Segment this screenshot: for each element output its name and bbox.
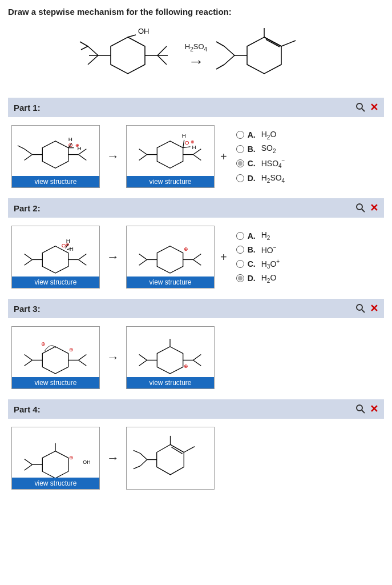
svg-line-110 [140,454,147,460]
part4-search-button[interactable] [355,403,366,415]
part2-left-view-btn[interactable]: view structure [12,277,99,288]
part3-search-button[interactable] [355,303,366,314]
part2-option-A[interactable]: A. H2 [236,230,280,241]
part1-header: Part 1: ✕ [8,98,384,117]
reaction-diagram: OH H2SO4 → [8,25,384,87]
part1-section: Part 1: ✕ H O ⊕ [8,98,384,190]
svg-marker-67 [157,246,183,273]
svg-point-95 [357,405,362,411]
search-icon [355,403,366,415]
part1-radio-C[interactable] [236,159,244,167]
part1-label-A: A. [248,130,258,139]
svg-point-75 [357,304,362,310]
part2-label-A: A. [248,231,258,241]
part3-left-view-btn[interactable]: view structure [12,377,99,388]
svg-marker-77 [42,347,68,374]
part4-close-button[interactable]: ✕ [370,403,378,415]
part4-left-view-btn[interactable]: view structure [12,478,99,489]
part2-right-view-btn[interactable]: view structure [127,277,214,288]
part1-option-C[interactable]: C. HSO4− [236,158,285,169]
part1-radio-A[interactable] [236,131,244,139]
svg-line-19 [224,46,235,55]
part1-left-view-btn[interactable]: view structure [12,176,99,187]
svg-line-103 [25,464,33,470]
part2-option-B[interactable]: B. HO− [236,245,280,255]
svg-line-22 [216,65,224,69]
part1-formula-C: HSO4− [261,158,285,169]
part2-radio-B[interactable] [236,246,244,254]
svg-marker-104 [157,444,184,475]
part2-formula-B: HO− [261,245,277,255]
part1-option-A[interactable]: A. H2O [236,130,285,141]
part2-radio-D[interactable] [236,274,244,282]
svg-line-12 [128,35,136,37]
part2-close-button[interactable]: ✕ [370,202,378,214]
part3-header: Part 3: ✕ [8,299,384,318]
part2-option-C[interactable]: C. H3O+ [236,258,280,270]
svg-marker-97 [42,451,68,478]
part2-radio-C[interactable] [236,260,244,268]
svg-line-3 [88,46,98,55]
svg-line-70 [139,254,147,260]
part3-close-button[interactable]: ✕ [370,302,378,315]
part1-right-view-btn[interactable]: view structure [127,176,214,187]
svg-line-91 [139,360,147,366]
product-molecule [213,25,316,87]
svg-line-53 [362,209,365,212]
svg-line-66 [78,259,86,265]
part1-radio-D[interactable] [236,174,244,182]
svg-text:⊕: ⊕ [69,347,74,352]
svg-marker-86 [157,347,183,374]
svg-line-107 [184,447,195,452]
part4-content: ⊕ OH view structure → [8,424,384,492]
svg-text:H: H [78,145,82,151]
part2-header: Part 2: ✕ [8,198,384,218]
svg-line-63 [25,259,33,265]
part1-radio-B[interactable] [236,145,244,153]
svg-line-71 [139,259,147,265]
part1-formula-A: H2O [261,130,277,141]
svg-text:⊕: ⊕ [184,363,188,369]
part1-formula-B: SO2 [261,143,276,154]
svg-line-9 [157,46,167,55]
page-wrapper: Draw a stepwise mechanism for the follow… [0,0,392,507]
svg-text:OH: OH [138,27,149,35]
svg-line-21 [216,42,224,46]
part1-label-D: D. [248,174,258,183]
svg-line-35 [18,146,25,149]
part2-radio-A[interactable] [236,232,244,240]
part2-option-D[interactable]: D. H2O [236,273,280,284]
svg-point-52 [357,204,362,210]
part2-label: Part 2: [14,203,41,213]
part1-option-B[interactable]: B. SO2 [236,143,285,154]
search-icon [355,303,366,314]
search-icon [355,202,366,214]
part1-option-D[interactable]: D. H2SO4 [236,173,285,184]
part1-close-button[interactable]: ✕ [370,101,378,114]
part1-left-structure: H O ⊕ H view structure [11,125,100,188]
part2-right-structure: ⊕ view structure [126,226,215,289]
part1-formula-D: H2SO4 [261,173,285,184]
reaction-arrow-area: H2SO4 → [185,42,207,70]
svg-line-113 [134,466,140,469]
part3-step-arrow: → [104,350,122,365]
svg-text:⊕: ⊕ [69,455,74,460]
part3-right-view-btn[interactable]: view structure [127,377,214,388]
svg-line-15 [266,39,280,47]
part2-label-B: B. [248,245,258,254]
main-reaction-arrow: → [188,54,204,70]
part4-label: Part 4: [14,404,41,414]
svg-text:H: H [182,133,186,139]
part1-search-button[interactable] [355,102,366,113]
part2-section: Part 2: ✕ H O ⊕ [8,198,384,291]
svg-line-81 [25,355,33,360]
svg-line-65 [78,254,86,260]
part1-options: A. H2O B. SO2 C. HSO4− D. H2SO4 [236,130,285,184]
part2-label-C: C. [248,259,258,269]
part2-search-button[interactable] [355,202,366,214]
part3-left-structure: ⊕ ⊕ view structure [11,326,100,389]
part1-label: Part 1: [14,103,41,113]
part3-content: ⊕ ⊕ view structure → [8,324,384,391]
svg-line-74 [193,259,201,265]
part2-plus: + [219,251,228,264]
